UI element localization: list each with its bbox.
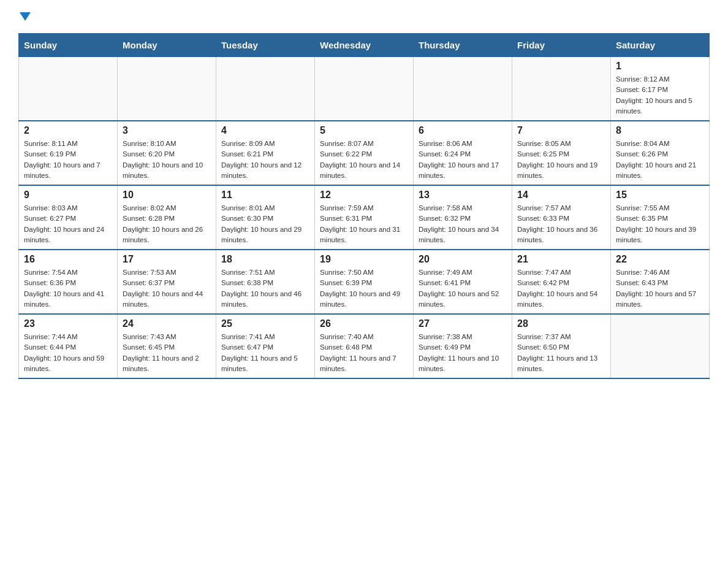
day-info: Sunrise: 8:07 AM Sunset: 6:22 PM Dayligh… — [320, 139, 408, 181]
day-info: Sunrise: 7:55 AM Sunset: 6:35 PM Dayligh… — [616, 203, 704, 245]
weekday-header-thursday: Thursday — [414, 34, 512, 57]
day-cell: 13Sunrise: 7:58 AM Sunset: 6:32 PM Dayli… — [414, 185, 512, 250]
day-info: Sunrise: 8:12 AM Sunset: 6:17 PM Dayligh… — [616, 74, 704, 117]
weekday-header-friday: Friday — [512, 34, 611, 57]
day-number: 8 — [616, 125, 704, 136]
day-number: 28 — [517, 318, 605, 329]
day-cell: 20Sunrise: 7:49 AM Sunset: 6:41 PM Dayli… — [414, 250, 512, 314]
day-cell: 9Sunrise: 8:03 AM Sunset: 6:27 PM Daylig… — [19, 185, 118, 250]
day-cell: 7Sunrise: 8:05 AM Sunset: 6:25 PM Daylig… — [512, 121, 611, 185]
day-number: 11 — [221, 190, 309, 201]
day-info: Sunrise: 7:44 AM Sunset: 6:44 PM Dayligh… — [24, 332, 112, 374]
day-number: 7 — [517, 125, 605, 136]
day-info: Sunrise: 8:02 AM Sunset: 6:28 PM Dayligh… — [123, 203, 211, 245]
day-cell — [315, 57, 414, 121]
day-cell — [512, 57, 611, 121]
logo-triangle-icon — [20, 12, 31, 21]
page-header — [18, 12, 710, 21]
day-number: 10 — [123, 190, 211, 201]
day-info: Sunrise: 7:54 AM Sunset: 6:36 PM Dayligh… — [24, 267, 112, 310]
weekday-header-row: SundayMondayTuesdayWednesdayThursdayFrid… — [19, 34, 710, 57]
day-number: 1 — [616, 61, 704, 72]
day-info: Sunrise: 8:06 AM Sunset: 6:24 PM Dayligh… — [419, 139, 507, 181]
day-number: 3 — [123, 125, 211, 136]
day-cell: 10Sunrise: 8:02 AM Sunset: 6:28 PM Dayli… — [118, 185, 216, 250]
day-info: Sunrise: 7:43 AM Sunset: 6:45 PM Dayligh… — [123, 332, 211, 374]
week-row-3: 9Sunrise: 8:03 AM Sunset: 6:27 PM Daylig… — [19, 185, 710, 250]
week-row-5: 23Sunrise: 7:44 AM Sunset: 6:44 PM Dayli… — [19, 314, 710, 378]
day-info: Sunrise: 8:11 AM Sunset: 6:19 PM Dayligh… — [24, 139, 112, 181]
day-cell — [118, 57, 216, 121]
day-info: Sunrise: 7:37 AM Sunset: 6:50 PM Dayligh… — [517, 332, 605, 374]
day-cell: 11Sunrise: 8:01 AM Sunset: 6:30 PM Dayli… — [216, 185, 315, 250]
day-number: 4 — [221, 125, 309, 136]
day-info: Sunrise: 7:59 AM Sunset: 6:31 PM Dayligh… — [320, 203, 408, 245]
day-number: 17 — [123, 254, 211, 265]
day-number: 18 — [221, 254, 309, 265]
day-cell: 18Sunrise: 7:51 AM Sunset: 6:38 PM Dayli… — [216, 250, 315, 314]
day-info: Sunrise: 8:04 AM Sunset: 6:26 PM Dayligh… — [616, 139, 704, 181]
day-cell: 3Sunrise: 8:10 AM Sunset: 6:20 PM Daylig… — [118, 121, 216, 185]
day-cell: 23Sunrise: 7:44 AM Sunset: 6:44 PM Dayli… — [19, 314, 118, 378]
calendar-body: 1Sunrise: 8:12 AM Sunset: 6:17 PM Daylig… — [19, 57, 710, 379]
day-info: Sunrise: 7:41 AM Sunset: 6:47 PM Dayligh… — [221, 332, 309, 374]
day-info: Sunrise: 8:05 AM Sunset: 6:25 PM Dayligh… — [517, 139, 605, 181]
day-info: Sunrise: 8:10 AM Sunset: 6:20 PM Dayligh… — [123, 139, 211, 181]
day-number: 2 — [24, 125, 112, 136]
day-info: Sunrise: 7:49 AM Sunset: 6:41 PM Dayligh… — [419, 267, 507, 310]
day-cell: 14Sunrise: 7:57 AM Sunset: 6:33 PM Dayli… — [512, 185, 611, 250]
day-cell: 17Sunrise: 7:53 AM Sunset: 6:37 PM Dayli… — [118, 250, 216, 314]
day-number: 6 — [419, 125, 507, 136]
day-cell: 22Sunrise: 7:46 AM Sunset: 6:43 PM Dayli… — [611, 250, 710, 314]
day-info: Sunrise: 7:46 AM Sunset: 6:43 PM Dayligh… — [616, 267, 704, 310]
weekday-header-sunday: Sunday — [19, 34, 118, 57]
day-info: Sunrise: 8:03 AM Sunset: 6:27 PM Dayligh… — [24, 203, 112, 245]
day-info: Sunrise: 7:40 AM Sunset: 6:48 PM Dayligh… — [320, 332, 408, 374]
day-cell: 28Sunrise: 7:37 AM Sunset: 6:50 PM Dayli… — [512, 314, 611, 378]
day-number: 12 — [320, 190, 408, 201]
week-row-1: 1Sunrise: 8:12 AM Sunset: 6:17 PM Daylig… — [19, 57, 710, 121]
day-number: 16 — [24, 254, 112, 265]
day-number: 13 — [419, 190, 507, 201]
day-cell: 8Sunrise: 8:04 AM Sunset: 6:26 PM Daylig… — [611, 121, 710, 185]
day-number: 15 — [616, 190, 704, 201]
day-info: Sunrise: 7:57 AM Sunset: 6:33 PM Dayligh… — [517, 203, 605, 245]
calendar-table: SundayMondayTuesdayWednesdayThursdayFrid… — [18, 33, 710, 379]
day-cell — [216, 57, 315, 121]
day-cell: 21Sunrise: 7:47 AM Sunset: 6:42 PM Dayli… — [512, 250, 611, 314]
day-number: 25 — [221, 318, 309, 329]
day-cell — [611, 314, 710, 378]
day-number: 5 — [320, 125, 408, 136]
day-cell: 27Sunrise: 7:38 AM Sunset: 6:49 PM Dayli… — [414, 314, 512, 378]
day-cell: 12Sunrise: 7:59 AM Sunset: 6:31 PM Dayli… — [315, 185, 414, 250]
day-info: Sunrise: 7:58 AM Sunset: 6:32 PM Dayligh… — [419, 203, 507, 245]
day-info: Sunrise: 7:50 AM Sunset: 6:39 PM Dayligh… — [320, 267, 408, 310]
day-number: 24 — [123, 318, 211, 329]
weekday-header-monday: Monday — [118, 34, 216, 57]
week-row-4: 16Sunrise: 7:54 AM Sunset: 6:36 PM Dayli… — [19, 250, 710, 314]
day-info: Sunrise: 7:53 AM Sunset: 6:37 PM Dayligh… — [123, 267, 211, 310]
day-cell: 15Sunrise: 7:55 AM Sunset: 6:35 PM Dayli… — [611, 185, 710, 250]
day-number: 19 — [320, 254, 408, 265]
day-number: 21 — [517, 254, 605, 265]
day-cell: 24Sunrise: 7:43 AM Sunset: 6:45 PM Dayli… — [118, 314, 216, 378]
day-info: Sunrise: 8:09 AM Sunset: 6:21 PM Dayligh… — [221, 139, 309, 181]
day-info: Sunrise: 7:38 AM Sunset: 6:49 PM Dayligh… — [419, 332, 507, 374]
day-cell: 4Sunrise: 8:09 AM Sunset: 6:21 PM Daylig… — [216, 121, 315, 185]
day-number: 27 — [419, 318, 507, 329]
day-number: 14 — [517, 190, 605, 201]
day-cell: 5Sunrise: 8:07 AM Sunset: 6:22 PM Daylig… — [315, 121, 414, 185]
day-cell — [19, 57, 118, 121]
day-number: 20 — [419, 254, 507, 265]
day-cell: 6Sunrise: 8:06 AM Sunset: 6:24 PM Daylig… — [414, 121, 512, 185]
day-number: 26 — [320, 318, 408, 329]
day-number: 9 — [24, 190, 112, 201]
day-info: Sunrise: 7:47 AM Sunset: 6:42 PM Dayligh… — [517, 267, 605, 310]
day-cell — [414, 57, 512, 121]
weekday-header-saturday: Saturday — [611, 34, 710, 57]
day-number: 23 — [24, 318, 112, 329]
day-cell: 26Sunrise: 7:40 AM Sunset: 6:48 PM Dayli… — [315, 314, 414, 378]
logo — [18, 12, 31, 21]
day-cell: 1Sunrise: 8:12 AM Sunset: 6:17 PM Daylig… — [611, 57, 710, 121]
day-cell: 2Sunrise: 8:11 AM Sunset: 6:19 PM Daylig… — [19, 121, 118, 185]
